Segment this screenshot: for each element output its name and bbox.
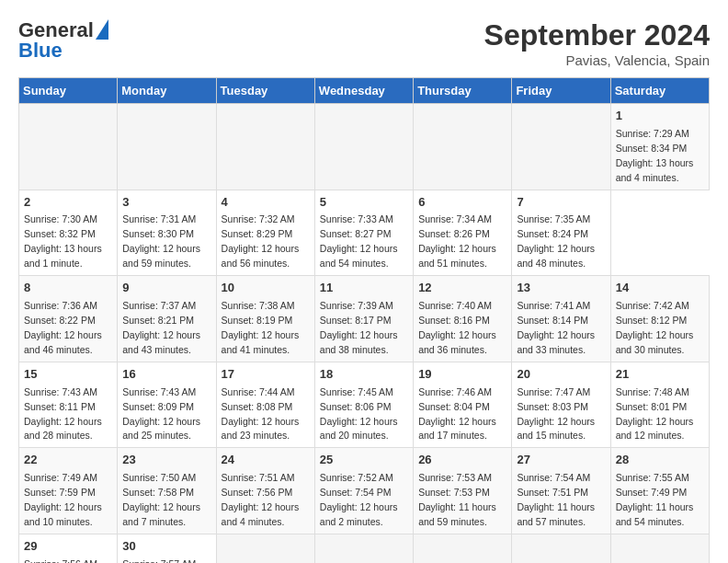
day-content: Sunrise: 7:31 AMSunset: 8:30 PMDaylight:… [122,213,200,269]
day-number: 30 [122,538,210,556]
day-content: Sunrise: 7:45 AMSunset: 8:06 PMDaylight:… [320,386,398,442]
weekday-header-monday: Monday [118,78,216,104]
day-content: Sunrise: 7:44 AMSunset: 8:08 PMDaylight:… [222,386,300,442]
day-content: Sunrise: 7:38 AMSunset: 8:19 PMDaylight:… [222,300,300,355]
day-number: 10 [222,280,310,297]
day-content: Sunrise: 7:37 AMSunset: 8:21 PMDaylight:… [122,300,200,355]
day-cell-1: 1Sunrise: 7:29 AMSunset: 8:34 PMDaylight… [610,104,709,190]
empty-cell [512,104,610,190]
empty-cell [216,104,314,190]
day-cell-6: 6Sunrise: 7:34 AMSunset: 8:26 PMDaylight… [414,190,512,276]
day-number: 13 [517,280,605,297]
empty-cell [414,104,512,190]
day-number: 11 [320,280,408,297]
empty-cell [610,534,709,563]
day-number: 9 [122,280,210,297]
month-title: September 2024 [484,18,710,52]
weekday-header-sunday: Sunday [19,78,118,104]
day-content: Sunrise: 7:57 AMSunset: 7:46 PMDaylight:… [122,558,200,563]
day-cell-18: 18Sunrise: 7:45 AMSunset: 8:06 PMDayligh… [314,362,413,448]
empty-cell [19,104,118,190]
day-cell-11: 11Sunrise: 7:39 AMSunset: 8:17 PMDayligh… [314,276,413,362]
day-cell-26: 26Sunrise: 7:53 AMSunset: 7:53 PMDayligh… [414,448,512,534]
day-content: Sunrise: 7:29 AMSunset: 8:34 PMDaylight:… [616,128,694,183]
day-number: 25 [320,452,408,469]
weekday-header-saturday: Saturday [610,78,709,104]
day-cell-10: 10Sunrise: 7:38 AMSunset: 8:19 PMDayligh… [216,276,314,362]
empty-cell [314,534,413,563]
day-cell-22: 22Sunrise: 7:49 AMSunset: 7:59 PMDayligh… [19,448,118,534]
day-cell-15: 15Sunrise: 7:43 AMSunset: 8:11 PMDayligh… [19,362,118,448]
day-cell-21: 21Sunrise: 7:48 AMSunset: 8:01 PMDayligh… [610,362,709,448]
day-cell-29: 29Sunrise: 7:56 AMSunset: 7:48 PMDayligh… [19,534,118,563]
day-cell-14: 14Sunrise: 7:42 AMSunset: 8:12 PMDayligh… [610,276,709,362]
day-cell-8: 8Sunrise: 7:36 AMSunset: 8:22 PMDaylight… [19,276,118,362]
weekday-header-thursday: Thursday [414,78,512,104]
day-number: 4 [222,194,310,212]
day-cell-25: 25Sunrise: 7:52 AMSunset: 7:54 PMDayligh… [314,448,413,534]
day-content: Sunrise: 7:46 AMSunset: 8:04 PMDaylight:… [418,386,496,442]
day-cell-13: 13Sunrise: 7:41 AMSunset: 8:14 PMDayligh… [512,276,610,362]
day-content: Sunrise: 7:49 AMSunset: 7:59 PMDaylight:… [24,472,102,527]
day-cell-16: 16Sunrise: 7:43 AMSunset: 8:09 PMDayligh… [118,362,216,448]
day-content: Sunrise: 7:33 AMSunset: 8:27 PMDaylight:… [320,213,398,269]
day-number: 18 [320,366,408,384]
day-content: Sunrise: 7:32 AMSunset: 8:29 PMDaylight:… [222,213,300,269]
day-number: 7 [517,194,605,212]
day-number: 5 [320,194,408,212]
empty-cell [118,104,216,190]
day-number: 15 [24,366,112,384]
day-content: Sunrise: 7:36 AMSunset: 8:22 PMDaylight:… [24,300,102,355]
day-cell-2: 2Sunrise: 7:30 AMSunset: 8:32 PMDaylight… [19,190,118,276]
day-cell-17: 17Sunrise: 7:44 AMSunset: 8:08 PMDayligh… [216,362,314,448]
day-cell-12: 12Sunrise: 7:40 AMSunset: 8:16 PMDayligh… [414,276,512,362]
day-number: 29 [24,538,112,556]
day-cell-20: 20Sunrise: 7:47 AMSunset: 8:03 PMDayligh… [512,362,610,448]
day-cell-9: 9Sunrise: 7:37 AMSunset: 8:21 PMDaylight… [118,276,216,362]
weekday-header-wednesday: Wednesday [314,78,413,104]
logo-text-blue: Blue [18,39,63,63]
day-content: Sunrise: 7:50 AMSunset: 7:58 PMDaylight:… [122,472,200,527]
day-number: 28 [616,452,704,469]
day-number: 20 [517,366,605,384]
day-number: 27 [517,452,605,469]
day-content: Sunrise: 7:39 AMSunset: 8:17 PMDaylight:… [320,300,398,355]
day-number: 22 [24,452,112,469]
day-content: Sunrise: 7:30 AMSunset: 8:32 PMDaylight:… [24,213,102,269]
day-number: 21 [616,366,704,384]
day-content: Sunrise: 7:51 AMSunset: 7:56 PMDaylight:… [222,472,300,527]
day-number: 12 [418,280,506,297]
day-cell-30: 30Sunrise: 7:57 AMSunset: 7:46 PMDayligh… [118,534,216,563]
day-number: 3 [122,194,210,212]
day-number: 26 [418,452,506,469]
day-content: Sunrise: 7:55 AMSunset: 7:49 PMDaylight:… [616,472,694,527]
calendar-table: SundayMondayTuesdayWednesdayThursdayFrid… [18,77,710,563]
day-number: 17 [222,366,310,384]
day-content: Sunrise: 7:42 AMSunset: 8:12 PMDaylight:… [616,300,694,355]
title-block: September 2024 Pavias, Valencia, Spain [484,18,710,68]
day-number: 2 [24,194,112,212]
day-number: 14 [616,280,704,297]
day-cell-27: 27Sunrise: 7:54 AMSunset: 7:51 PMDayligh… [512,448,610,534]
logo: General Blue [18,18,108,63]
day-number: 24 [222,452,310,469]
day-content: Sunrise: 7:53 AMSunset: 7:53 PMDaylight:… [418,472,496,527]
weekday-header-tuesday: Tuesday [216,78,314,104]
logo-triangle-icon [96,19,108,40]
day-content: Sunrise: 7:34 AMSunset: 8:26 PMDaylight:… [418,213,496,269]
day-content: Sunrise: 7:56 AMSunset: 7:48 PMDaylight:… [24,558,102,563]
empty-cell [512,534,610,563]
empty-cell [414,534,512,563]
day-number: 1 [616,108,704,125]
day-cell-24: 24Sunrise: 7:51 AMSunset: 7:56 PMDayligh… [216,448,314,534]
day-cell-3: 3Sunrise: 7:31 AMSunset: 8:30 PMDaylight… [118,190,216,276]
day-cell-23: 23Sunrise: 7:50 AMSunset: 7:58 PMDayligh… [118,448,216,534]
day-content: Sunrise: 7:35 AMSunset: 8:24 PMDaylight:… [517,213,595,269]
day-number: 23 [122,452,210,469]
day-cell-28: 28Sunrise: 7:55 AMSunset: 7:49 PMDayligh… [610,448,709,534]
day-content: Sunrise: 7:48 AMSunset: 8:01 PMDaylight:… [616,386,694,442]
day-cell-19: 19Sunrise: 7:46 AMSunset: 8:04 PMDayligh… [414,362,512,448]
weekday-header-friday: Friday [512,78,610,104]
day-number: 16 [122,366,210,384]
day-content: Sunrise: 7:43 AMSunset: 8:09 PMDaylight:… [122,386,200,442]
